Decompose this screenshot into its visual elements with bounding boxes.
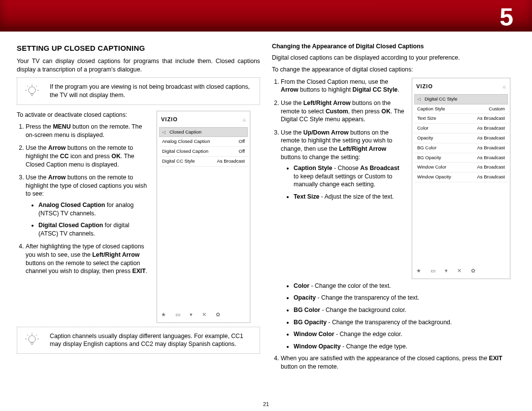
right-column: Changing the Appearance of Digital Close…	[272, 42, 515, 376]
menu-row: Caption StyleCustom	[414, 104, 508, 114]
intro-text: Your TV can display closed captions for …	[17, 57, 260, 73]
change-lead: To change the appearance of digital clos…	[272, 66, 515, 74]
r-step-1: From the Closed Caption menu, use the Ar…	[281, 78, 405, 94]
setting-window-opacity: Window Opacity - Change the edge type.	[294, 342, 515, 351]
menu-row: OpacityAs Broadcast	[414, 134, 508, 143]
tv-logo: VIZIO	[161, 116, 178, 123]
setting-color: Color - Change the color of the text.	[294, 282, 515, 290]
header-band: 5	[0, 0, 532, 32]
back-icon: ◁	[417, 96, 421, 102]
menu-row: Window OpacityAs Broadcast	[414, 172, 508, 182]
back-icon: ◁	[162, 129, 166, 135]
setting-bg-opacity: BG Opacity - Change the transparency of …	[294, 318, 515, 327]
tv-logo: VIZIO	[416, 83, 433, 90]
menu-row: Text SizeAs Broadcast	[414, 114, 508, 124]
menu-row: ColorAs Broadcast	[414, 124, 508, 134]
subsection-heading: Changing the Appearance of Digital Close…	[272, 42, 515, 51]
r-step-3: Use the Up/Down Arrow buttons on the rem…	[281, 129, 405, 201]
menu-title: ◁ Closed Caption	[159, 127, 248, 137]
svg-point-1	[29, 336, 35, 342]
tv-footer-icons: ★ ▭ ▾ ✕ ✿	[412, 266, 510, 278]
tv-footer-icons: ★ ▭ ▾ ✕ ✿	[157, 309, 250, 322]
note-channels: Caption channels usually display differe…	[17, 327, 260, 354]
tv-screenshot-digital-cc-style: VIZIO ⌂ ◁ Digital CC Style Caption Style…	[412, 78, 510, 279]
menu-row: BG ColorAs Broadcast	[414, 143, 508, 153]
chapter-number: 5	[499, 1, 513, 34]
right-intro: Digital closed captions can be displayed…	[272, 54, 515, 62]
menu-row: Window ColorAs Broadcast	[414, 163, 508, 172]
menu-row: Analog Closed CaptionOff	[159, 137, 248, 147]
step-3: Use the Arrow buttons on the remote to h…	[26, 173, 150, 238]
menu-row: Digital CC StyleAs Broadcast	[159, 157, 248, 167]
section-heading: SETTING UP CLOSED CAPTIONING	[17, 43, 260, 53]
menu-title: ◁ Digital CC Style	[414, 94, 508, 104]
svg-point-0	[29, 87, 35, 94]
tv-screenshot-cc-menu: VIZIO ⌂ ◁ Closed Caption Analog Closed C…	[157, 111, 250, 323]
lightbulb-icon	[20, 83, 44, 99]
lightbulb-icon	[20, 332, 44, 348]
home-icon: ⌂	[243, 116, 246, 123]
step-4: After highlighting the type of closed ca…	[26, 242, 150, 275]
setting-text-size: Text Size - Adjust the size of the text.	[294, 193, 405, 201]
home-icon: ⌂	[503, 83, 506, 90]
r-step-2: Use the Left/Right Arrow buttons on the …	[281, 99, 405, 124]
setting-caption-style: Caption Style - Choose As Broadcast to k…	[294, 164, 405, 189]
step-1: Press the MENU button on the remote. The…	[26, 123, 150, 139]
setting-window-color: Window Color - Change the edge color.	[294, 330, 515, 339]
bullet-analog: Analog Closed Caption for analog (NTSC) …	[38, 201, 150, 217]
r-step-4: When you are satisfied with the appearan…	[281, 354, 515, 371]
left-column: SETTING UP CLOSED CAPTIONING Your TV can…	[17, 42, 260, 376]
bullet-digital: Digital Closed Caption for digital (ATSC…	[38, 221, 150, 238]
page-number: 21	[0, 401, 532, 408]
note-broadcast: If the program you are viewing is not be…	[17, 77, 260, 104]
menu-row: Digital Closed CaptionOff	[159, 147, 248, 157]
note-text: If the program you are viewing is not be…	[50, 83, 253, 99]
step-2: Use the Arrow buttons on the remote to h…	[26, 144, 150, 169]
menu-row: BG OpacityAs Broadcast	[414, 153, 508, 163]
setting-bg-color: BG Color - Change the background color.	[294, 306, 515, 314]
setting-opacity: Opacity - Change the transparency of the…	[294, 294, 515, 302]
activate-lead: To activate or deactivate closed caption…	[17, 111, 150, 119]
note-text: Caption channels usually display differe…	[50, 332, 253, 348]
